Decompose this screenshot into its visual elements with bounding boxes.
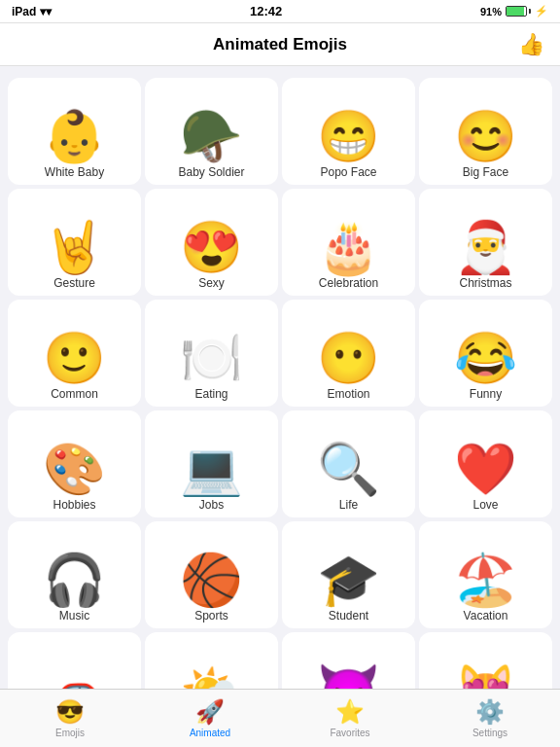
emoji-label-love: Love: [472, 498, 498, 512]
emoji-item-celebration[interactable]: 🎂 Celebration: [282, 189, 415, 296]
status-time: 12:42: [250, 4, 282, 18]
status-bar: iPad ▾▾ 12:42 91% ⚡: [0, 0, 560, 23]
emoji-label-life: Life: [339, 498, 358, 512]
emoji-grid: 👶 White Baby 🪖 Baby Soldier 😁 Popo Face …: [4, 74, 556, 689]
emoji-label-popo-face: Popo Face: [320, 165, 376, 179]
emoji-icon-baby-soldier: 🪖: [180, 111, 243, 161]
emoji-content: 👶 White Baby 🪖 Baby Soldier 😁 Popo Face …: [0, 66, 560, 689]
emoji-item-white-baby[interactable]: 👶 White Baby: [8, 78, 141, 185]
emoji-icon-weather: 🌤️: [180, 665, 243, 689]
status-right: 91% ⚡: [480, 5, 548, 18]
emoji-label-christmas: Christmas: [459, 276, 511, 290]
emoji-icon-celebration: 🎂: [317, 222, 380, 272]
tab-emojis[interactable]: 😎 Emojis: [0, 690, 140, 747]
emoji-label-big-face: Big Face: [463, 165, 508, 179]
tab-animated[interactable]: 🚀 Animated: [140, 690, 280, 747]
emoji-item-popo-face[interactable]: 😁 Popo Face: [282, 78, 415, 185]
tab-label-favorites: Favorites: [330, 728, 369, 738]
emoji-item-smoji[interactable]: 😈 SMoji: [282, 632, 415, 689]
emoji-label-funny: Funny: [470, 387, 502, 401]
emoji-item-emotion[interactable]: 😶 Emotion: [282, 300, 415, 407]
emoji-item-gesture[interactable]: 🤘 Gesture: [8, 189, 141, 296]
emoji-icon-eating: 🍽️: [180, 333, 243, 383]
wifi-icon: ▾▾: [40, 5, 52, 18]
page-title: Animated Emojis: [213, 35, 347, 54]
emoji-icon-smoji: 😈: [317, 665, 380, 689]
emoji-label-eating: Eating: [194, 387, 228, 401]
emoji-item-music[interactable]: 🎧 Music: [8, 521, 141, 628]
emoji-label-gesture: Gesture: [53, 276, 95, 290]
emoji-icon-life: 🔍: [317, 444, 380, 494]
emoji-icon-sexy: 😍: [180, 222, 243, 272]
emoji-icon-cat: 😻: [454, 665, 517, 689]
emoji-icon-jobs: 💻: [180, 444, 243, 494]
emoji-icon-emotion: 😶: [317, 333, 380, 383]
tab-icon-emojis: 😎: [55, 698, 85, 726]
emoji-label-jobs: Jobs: [199, 498, 224, 512]
emoji-icon-hobbies: 🎨: [43, 444, 106, 494]
emoji-label-music: Music: [59, 609, 89, 622]
emoji-icon-big-face: 😊: [454, 111, 517, 161]
emoji-label-celebration: Celebration: [319, 276, 378, 290]
emoji-label-common: Common: [51, 387, 98, 401]
battery-pct: 91%: [480, 6, 502, 18]
emoji-icon-vacation: 🏖️: [454, 554, 517, 605]
emoji-item-baby-soldier[interactable]: 🪖 Baby Soldier: [145, 78, 278, 185]
tab-icon-favorites: ⭐: [335, 698, 365, 726]
emoji-item-sports[interactable]: 🏀 Sports: [145, 521, 278, 628]
emoji-label-student: Student: [329, 609, 368, 622]
like-button[interactable]: 👍: [518, 32, 544, 57]
emoji-icon-sports: 🏀: [180, 554, 243, 605]
tab-label-settings: Settings: [472, 728, 508, 738]
tab-settings[interactable]: ⚙️ Settings: [420, 690, 560, 747]
emoji-item-sexy[interactable]: 😍 Sexy: [145, 189, 278, 296]
emoji-item-jobs[interactable]: 💻 Jobs: [145, 410, 278, 517]
emoji-item-love[interactable]: ❤️ Love: [419, 410, 552, 517]
status-left: iPad ▾▾: [12, 5, 52, 18]
emoji-item-hobbies[interactable]: 🎨 Hobbies: [8, 410, 141, 517]
emoji-item-common[interactable]: 🙂 Common: [8, 300, 141, 407]
battery-indicator: [506, 6, 531, 17]
device-label: iPad: [12, 5, 36, 18]
emoji-item-life[interactable]: 🔍 Life: [282, 410, 415, 517]
emoji-icon-popo-face: 😁: [317, 111, 380, 161]
tab-icon-settings: ⚙️: [475, 698, 505, 726]
emoji-label-vacation: Vacation: [464, 609, 508, 622]
emoji-icon-gesture: 🤘: [43, 222, 106, 272]
emoji-item-funny[interactable]: 😂 Funny: [419, 300, 552, 407]
emoji-icon-vehicle: 🚗: [43, 665, 106, 689]
emoji-item-vehicle[interactable]: 🚗 Vehicle: [8, 632, 141, 689]
emoji-icon-love: ❤️: [454, 444, 517, 494]
emoji-item-student[interactable]: 🎓 Student: [282, 521, 415, 628]
emoji-icon-white-baby: 👶: [43, 111, 106, 161]
emoji-icon-music: 🎧: [43, 554, 106, 605]
lightning-icon: ⚡: [535, 5, 548, 18]
tab-label-animated: Animated: [190, 728, 230, 738]
emoji-item-big-face[interactable]: 😊 Big Face: [419, 78, 552, 185]
emoji-icon-funny: 😂: [454, 333, 517, 383]
emoji-label-emotion: Emotion: [327, 387, 369, 401]
emoji-label-white-baby: White Baby: [45, 165, 104, 179]
emoji-label-sports: Sports: [194, 609, 228, 622]
tab-favorites[interactable]: ⭐ Favorites: [280, 690, 420, 747]
emoji-label-baby-soldier: Baby Soldier: [178, 165, 244, 179]
emoji-item-eating[interactable]: 🍽️ Eating: [145, 300, 278, 407]
emoji-item-christmas[interactable]: 🎅 Christmas: [419, 189, 552, 296]
app-header: Animated Emojis 👍: [0, 23, 560, 66]
emoji-icon-christmas: 🎅: [454, 222, 517, 272]
emoji-label-sexy: Sexy: [198, 276, 225, 290]
tab-bar: 😎 Emojis 🚀 Animated ⭐ Favorites ⚙️ Setti…: [0, 689, 560, 747]
tab-icon-animated: 🚀: [195, 698, 225, 726]
emoji-icon-common: 🙂: [43, 333, 106, 383]
emoji-item-cat[interactable]: 😻 Cat: [419, 632, 552, 689]
emoji-item-vacation[interactable]: 🏖️ Vacation: [419, 521, 552, 628]
emoji-item-weather[interactable]: 🌤️ Weather: [145, 632, 278, 689]
tab-label-emojis: Emojis: [55, 728, 85, 738]
emoji-icon-student: 🎓: [317, 554, 380, 605]
emoji-label-hobbies: Hobbies: [52, 498, 95, 512]
